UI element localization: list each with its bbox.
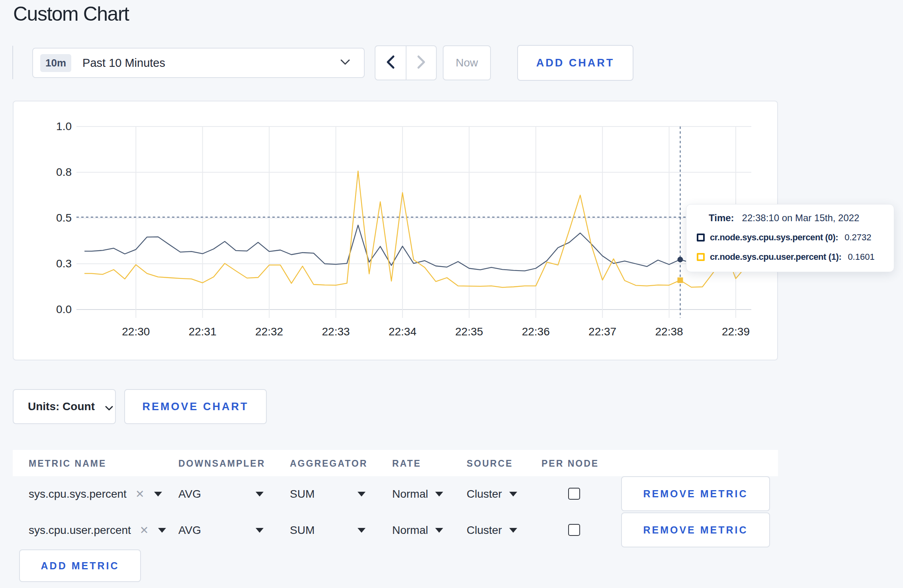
chart-hover-tooltip: Time: 22:38:10 on Mar 15th, 2022 cr.node…	[686, 204, 894, 272]
x-tick-label: 22:39	[722, 325, 750, 338]
tooltip-time-value: 22:38:10 on Mar 15th, 2022	[742, 212, 860, 224]
y-tick-label: 0.0	[56, 303, 72, 315]
header-aggregator: AGGREGATOR	[290, 450, 367, 476]
remove-chart-button[interactable]: REMOVE CHART	[124, 389, 267, 424]
caret-down-icon	[256, 492, 264, 496]
units-dropdown[interactable]: Units: Count	[13, 389, 116, 424]
caret-down-icon	[158, 528, 166, 533]
prev-time-button[interactable]	[375, 46, 406, 80]
page-title: Custom Chart	[13, 2, 129, 25]
time-window-label: Past 10 Minutes	[82, 56, 165, 70]
metric-name-value: sys.cpu.user.percent	[29, 524, 131, 537]
y-tick-label: 0.3	[56, 257, 72, 270]
metrics-table-header: METRIC NAME DOWNSAMPLER AGGREGATOR RATE …	[13, 450, 778, 476]
source-select[interactable]: Cluster	[467, 512, 517, 548]
add-metric-button[interactable]: ADD METRIC	[19, 549, 141, 582]
remove-metric-button[interactable]: REMOVE METRIC	[621, 512, 770, 547]
series-line-cr.node.sys.cpu.user.percent	[85, 171, 751, 288]
x-tick-label: 22:33	[322, 325, 350, 338]
downsampler-value: AVG	[178, 524, 201, 537]
rate-select[interactable]: Normal	[392, 512, 443, 548]
time-window-badge: 10m	[40, 54, 71, 72]
caret-down-icon	[435, 528, 443, 533]
header-downsampler: DOWNSAMPLER	[178, 450, 265, 476]
caret-down-icon	[509, 492, 517, 496]
metric-row: sys.cpu.sys.percent ✕ AVG SUM Normal Clu…	[0, 476, 903, 512]
y-tick-label: 0.8	[56, 166, 72, 178]
header-per-node: PER NODE	[541, 450, 599, 476]
downsampler-value: AVG	[178, 488, 201, 500]
downsampler-select[interactable]: AVG	[178, 476, 264, 512]
clear-metric-icon[interactable]: ✕	[140, 524, 149, 537]
header-rate: RATE	[392, 450, 421, 476]
series-user-swatch	[697, 253, 705, 261]
metric-name-select[interactable]: sys.cpu.user.percent ✕	[29, 512, 166, 548]
aggregator-value: SUM	[290, 524, 315, 537]
x-tick-label: 22:35	[455, 325, 483, 338]
y-tick-label: 1.0	[56, 120, 72, 132]
hover-dot-cr.node.sys.cpu.user.percent	[677, 277, 683, 283]
tooltip-time-label: Time:	[709, 212, 734, 224]
x-tick-label: 22:37	[588, 325, 616, 338]
x-tick-label: 22:31	[189, 325, 217, 338]
x-tick-label: 22:30	[122, 325, 150, 338]
header-source: SOURCE	[467, 450, 513, 476]
custom-chart[interactable]: 0.00.30.50.81.022:3022:3122:3222:3322:34…	[14, 101, 779, 361]
metric-row: sys.cpu.user.percent ✕ AVG SUM Normal Cl…	[0, 512, 903, 548]
caret-down-icon	[256, 528, 264, 533]
add-chart-button[interactable]: ADD CHART	[517, 45, 633, 81]
caret-down-icon	[509, 528, 517, 533]
series-user-value: 0.1601	[848, 252, 874, 262]
metric-name-value: sys.cpu.sys.percent	[29, 488, 127, 500]
now-button[interactable]: Now	[443, 45, 491, 80]
chart-card: 0.00.30.50.81.022:3022:3122:3222:3322:34…	[13, 101, 778, 360]
downsampler-select[interactable]: AVG	[178, 512, 264, 548]
header-metric-name: METRIC NAME	[29, 450, 106, 476]
metric-name-select[interactable]: sys.cpu.sys.percent ✕	[29, 476, 162, 512]
source-value: Cluster	[467, 524, 502, 537]
caret-down-icon	[358, 528, 366, 533]
time-window-dropdown[interactable]: 10m Past 10 Minutes	[32, 48, 365, 78]
chevron-right-icon	[416, 55, 426, 71]
hover-dot-cr.node.sys.cpu.sys.percent	[677, 257, 683, 262]
toolbar-divider	[12, 46, 13, 79]
chevron-left-icon	[386, 55, 395, 71]
chevron-down-icon	[105, 401, 113, 414]
rate-value: Normal	[392, 488, 428, 500]
source-value: Cluster	[467, 488, 502, 500]
source-select[interactable]: Cluster	[467, 476, 517, 512]
series-sys-swatch	[697, 234, 705, 241]
x-tick-label: 22:32	[255, 325, 283, 338]
caret-down-icon	[154, 492, 162, 496]
time-nav-group	[375, 45, 437, 80]
next-time-button[interactable]	[406, 46, 436, 80]
per-node-checkbox[interactable]	[568, 488, 580, 500]
per-node-checkbox[interactable]	[568, 524, 580, 536]
aggregator-select[interactable]: SUM	[290, 512, 366, 548]
series-user-label: cr.node.sys.cpu.user.percent (1):	[710, 252, 841, 262]
chevron-down-icon	[340, 59, 350, 67]
y-tick-label: 0.5	[56, 212, 72, 224]
clear-metric-icon[interactable]: ✕	[135, 488, 145, 500]
series-sys-value: 0.2732	[844, 232, 871, 243]
x-tick-label: 22:38	[655, 325, 683, 338]
aggregator-value: SUM	[290, 488, 315, 500]
rate-select[interactable]: Normal	[392, 476, 443, 512]
remove-metric-button[interactable]: REMOVE METRIC	[621, 476, 770, 511]
x-tick-label: 22:34	[389, 325, 416, 338]
units-label: Units: Count	[28, 400, 95, 413]
series-sys-label: cr.node.sys.cpu.sys.percent (0):	[710, 232, 838, 243]
rate-value: Normal	[392, 524, 428, 537]
caret-down-icon	[358, 492, 366, 496]
caret-down-icon	[435, 492, 443, 496]
x-tick-label: 22:36	[522, 325, 550, 338]
aggregator-select[interactable]: SUM	[290, 476, 366, 512]
